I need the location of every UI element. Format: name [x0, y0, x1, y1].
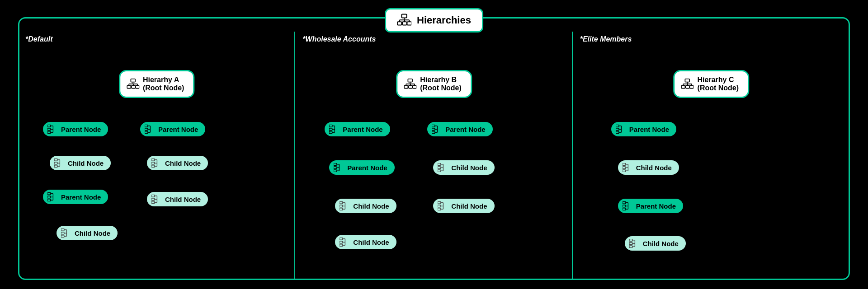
svg-rect-98	[404, 85, 408, 88]
svg-rect-162	[685, 79, 690, 82]
col1-rc2-label: Child Node	[165, 196, 201, 203]
col1-right-parent1[interactable]: Parent Node	[140, 122, 205, 136]
svg-rect-41	[54, 162, 57, 164]
column-wholesale-label: *Wholesale Accounts	[302, 35, 376, 43]
svg-rect-193	[629, 242, 632, 245]
col2-rp-icon1	[432, 125, 442, 134]
col1-left-parent2[interactable]: Parent Node	[43, 190, 108, 204]
svg-rect-172	[616, 128, 619, 131]
column-default-label: *Default	[25, 35, 52, 43]
col1-left-parent1[interactable]: Parent Node	[43, 122, 108, 136]
col2-lc1-label: Child Node	[353, 202, 389, 210]
svg-rect-187	[623, 208, 626, 210]
col1-right-child1[interactable]: Child Node	[147, 156, 208, 170]
col3-c-icon1	[623, 163, 632, 172]
col3-p-icon1	[616, 125, 626, 134]
col2-right-child2[interactable]: Child Node	[433, 199, 494, 213]
svg-rect-143	[438, 170, 441, 172]
col3-parent2[interactable]: Parent Node	[618, 199, 683, 213]
col1-rp1-label: Parent Node	[158, 126, 198, 133]
svg-rect-136	[432, 131, 435, 134]
svg-rect-134	[432, 125, 435, 127]
col2-root-node[interactable]: Hierarhy B (Root Node)	[396, 70, 472, 98]
col1-lc2-label: Child Node	[75, 229, 110, 237]
svg-rect-1	[397, 22, 402, 25]
col2-right-child1[interactable]: Child Node	[433, 160, 494, 175]
svg-rect-70	[151, 165, 155, 168]
col2-rp1-label: Parent Node	[445, 126, 485, 133]
col1-root-line2: (Root Node)	[143, 84, 184, 92]
svg-rect-106	[329, 125, 332, 127]
col2-left-parent1[interactable]: Parent Node	[325, 122, 390, 136]
svg-rect-127	[340, 238, 343, 240]
col3-p1-label: Parent Node	[629, 126, 669, 133]
col2-left-child1[interactable]: Child Node	[335, 199, 396, 213]
parent-icon	[47, 125, 57, 134]
col1-left-child1[interactable]: Child Node	[50, 156, 111, 170]
svg-rect-49	[47, 199, 51, 201]
col2-p-icon2	[334, 163, 344, 172]
svg-marker-86	[343, 115, 347, 120]
svg-marker-87	[451, 115, 456, 120]
hierarchy-title-icon	[397, 13, 411, 28]
col1-left-child2[interactable]: Child Node	[57, 226, 118, 240]
col3-child2[interactable]: Child Node	[625, 236, 686, 251]
svg-rect-149	[438, 205, 441, 207]
svg-rect-56	[61, 235, 64, 238]
svg-rect-24	[131, 79, 135, 82]
svg-rect-180	[623, 170, 626, 172]
svg-rect-97	[408, 79, 412, 82]
root-b-icon	[404, 79, 416, 90]
col2-rc1-label: Child Node	[451, 164, 487, 172]
svg-rect-107	[329, 128, 332, 131]
column-wholesale: *Wholesale Accounts	[295, 32, 572, 280]
svg-rect-25	[127, 85, 131, 88]
parent-icon3	[145, 125, 155, 134]
main-container: Hierarchies *Default	[0, 0, 868, 289]
svg-rect-108	[329, 131, 332, 134]
svg-rect-113	[334, 163, 337, 165]
svg-rect-62	[145, 128, 148, 131]
svg-rect-68	[151, 158, 155, 161]
columns-container: *Default	[18, 32, 850, 280]
col3-root-node[interactable]: Hierarhy C (Root Node)	[674, 70, 750, 98]
svg-rect-40	[54, 158, 57, 161]
svg-rect-141	[438, 163, 441, 165]
svg-rect-135	[432, 128, 435, 131]
svg-rect-33	[47, 125, 51, 127]
svg-rect-164	[686, 85, 689, 88]
col3-c-icon2	[629, 239, 639, 248]
svg-rect-47	[47, 192, 51, 195]
col3-parent1[interactable]: Parent Node	[611, 122, 676, 136]
svg-rect-34	[47, 128, 51, 131]
col3-p-icon2	[623, 201, 632, 210]
col1-root-line1: Hierarhy A	[143, 76, 184, 84]
col1-lp2-label: Parent Node	[61, 193, 101, 201]
svg-rect-186	[623, 205, 626, 207]
svg-rect-185	[623, 201, 626, 204]
col2-left-child2[interactable]: Child Node	[335, 235, 396, 249]
col1-rc1-label: Child Node	[165, 159, 201, 167]
svg-marker-13	[61, 115, 66, 120]
svg-rect-69	[151, 162, 155, 164]
svg-rect-35	[47, 131, 51, 134]
svg-rect-120	[340, 201, 343, 204]
col1-root-node[interactable]: Hierarhy A (Root Node)	[119, 70, 195, 98]
col2-right-parent1[interactable]: Parent Node	[427, 122, 492, 136]
svg-rect-148	[438, 201, 441, 204]
child-icon4	[151, 195, 161, 204]
col2-rc2-label: Child Node	[451, 202, 487, 210]
col2-lp2-label: Parent Node	[347, 164, 387, 172]
svg-rect-163	[681, 85, 685, 88]
svg-rect-150	[438, 208, 441, 210]
svg-rect-165	[690, 85, 693, 88]
svg-rect-76	[151, 198, 155, 200]
col2-lp1-label: Parent Node	[343, 126, 382, 133]
col1-right-child2[interactable]: Child Node	[147, 192, 208, 206]
col2-root-line1: Hierarhy B	[420, 76, 462, 84]
column-elite: *Elite Members	[573, 32, 850, 280]
column-elite-label: *Elite Members	[580, 35, 632, 43]
col2-left-parent2[interactable]: Parent Node	[329, 160, 394, 175]
parent-icon2	[47, 192, 57, 201]
col3-child1[interactable]: Child Node	[618, 160, 679, 175]
